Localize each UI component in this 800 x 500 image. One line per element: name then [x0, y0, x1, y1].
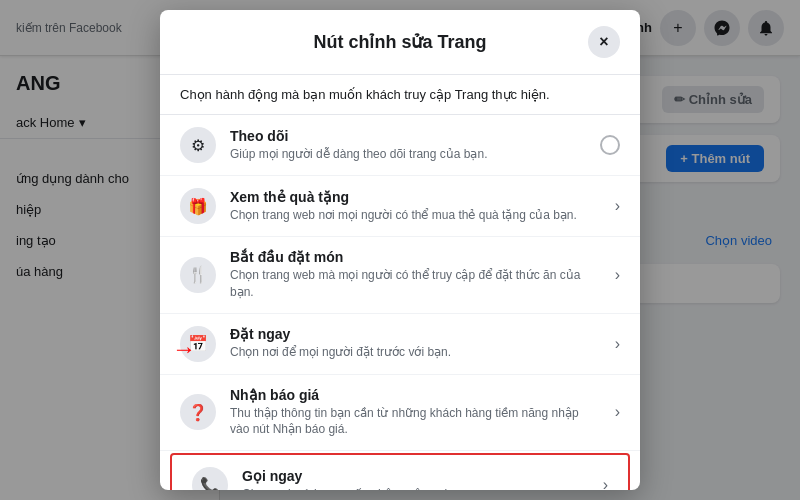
item-content-dat-ngay: Đặt ngay Chọn nơi để mọi người đặt trước…: [230, 326, 601, 361]
modal-body: ⚙ Theo dõi Giúp mọi người dễ dàng theo d…: [160, 115, 640, 490]
item-icon-xem-the-qua-tang: 🎁: [180, 188, 216, 224]
item-title-goi-ngay: Gọi ngay: [242, 468, 589, 484]
item-content-bat-dau-dat-mon: Bắt đầu đặt món Chọn trang web mà mọi ng…: [230, 249, 601, 301]
modal-item-goi-ngay[interactable]: 📞 Gọi ngay Chọn nơi mà bạn muốn nhận cuộ…: [170, 453, 630, 490]
chevron-right-icon: ›: [615, 403, 620, 420]
item-content-nhan-bao-gia: Nhận báo giá Thu thập thông tin bạn cần …: [230, 387, 601, 439]
item-content-goi-ngay: Gọi ngay Chọn nơi mà bạn muốn nhận cuộc …: [242, 468, 589, 490]
item-action-xem-the-qua-tang: ›: [615, 197, 620, 215]
radio-circle: [600, 135, 620, 155]
modal-overlay[interactable]: Nút chỉnh sửa Trang × Chọn hành động mà …: [0, 0, 800, 500]
item-title-nhan-bao-gia: Nhận báo giá: [230, 387, 601, 403]
modal-title: Nút chỉnh sửa Trang: [212, 31, 588, 53]
item-desc-bat-dau-dat-mon: Chọn trang web mà mọi người có thể truy …: [230, 267, 601, 301]
modal-item-nhan-bao-gia[interactable]: ❓ Nhận báo giá Thu thập thông tin bạn cầ…: [160, 375, 640, 452]
chevron-right-icon: ›: [603, 476, 608, 490]
item-title-dat-ngay: Đặt ngay: [230, 326, 601, 342]
item-content-xem-the-qua-tang: Xem thẻ quà tặng Chọn trang web nơi mọi …: [230, 189, 601, 224]
chevron-right-icon: ›: [615, 266, 620, 283]
item-action-dat-ngay: ›: [615, 335, 620, 353]
item-desc-dat-ngay: Chọn nơi để mọi người đặt trước với bạn.: [230, 344, 601, 361]
modal-subtitle: Chọn hành động mà bạn muốn khách truy cậ…: [160, 75, 640, 115]
item-title-xem-the-qua-tang: Xem thẻ quà tặng: [230, 189, 601, 205]
modal: Nút chỉnh sửa Trang × Chọn hành động mà …: [160, 10, 640, 490]
item-title-theo-doi: Theo dõi: [230, 128, 586, 144]
item-icon-theo-doi: ⚙: [180, 127, 216, 163]
chevron-right-icon: ›: [615, 335, 620, 352]
item-desc-nhan-bao-gia: Thu thập thông tin bạn cần từ những khác…: [230, 405, 601, 439]
item-icon-bat-dau-dat-mon: 🍴: [180, 257, 216, 293]
modal-header: Nút chỉnh sửa Trang ×: [160, 10, 640, 75]
item-action-nhan-bao-gia: ›: [615, 403, 620, 421]
red-arrow: →: [172, 335, 196, 363]
item-desc-xem-the-qua-tang: Chọn trang web nơi mọi người có thể mua …: [230, 207, 601, 224]
modal-item-theo-doi[interactable]: ⚙ Theo dõi Giúp mọi người dễ dàng theo d…: [160, 115, 640, 176]
item-action-bat-dau-dat-mon: ›: [615, 266, 620, 284]
modal-item-xem-the-qua-tang[interactable]: 🎁 Xem thẻ quà tặng Chọn trang web nơi mọ…: [160, 176, 640, 237]
item-action-theo-doi: [600, 135, 620, 155]
modal-item-bat-dau-dat-mon[interactable]: 🍴 Bắt đầu đặt món Chọn trang web mà mọi …: [160, 237, 640, 314]
item-title-bat-dau-dat-mon: Bắt đầu đặt món: [230, 249, 601, 265]
chevron-right-icon: ›: [615, 197, 620, 214]
item-content-theo-doi: Theo dõi Giúp mọi người dễ dàng theo dõi…: [230, 128, 586, 163]
item-desc-goi-ngay: Chọn nơi mà bạn muốn nhận cuộc gọi.: [242, 486, 589, 490]
item-icon-goi-ngay: 📞: [192, 467, 228, 490]
item-icon-nhan-bao-gia: ❓: [180, 394, 216, 430]
modal-item-dat-ngay[interactable]: 📅 Đặt ngay Chọn nơi để mọi người đặt trư…: [160, 314, 640, 375]
modal-close-button[interactable]: ×: [588, 26, 620, 58]
item-desc-theo-doi: Giúp mọi người dễ dàng theo dõi trang củ…: [230, 146, 586, 163]
item-action-goi-ngay: ›: [603, 476, 608, 490]
